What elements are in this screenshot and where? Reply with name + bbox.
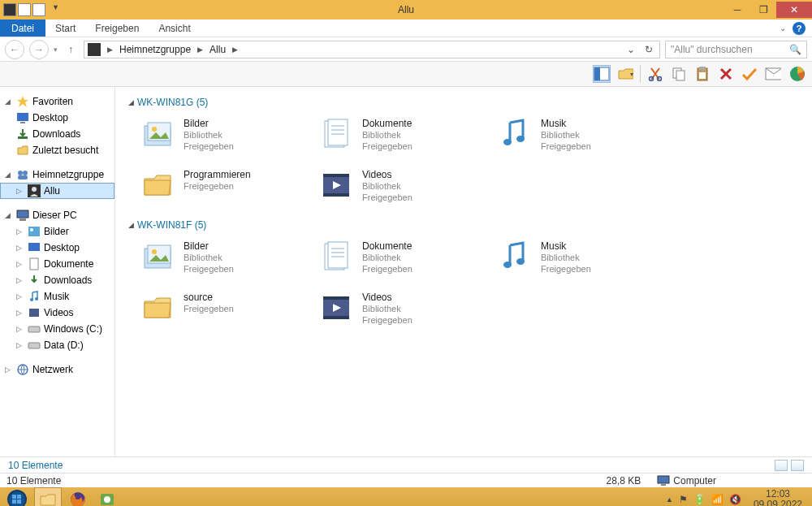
content-pane[interactable]: ◢WK-WIN81G (5)BilderBibliothekFreigegebe… xyxy=(115,87,812,456)
preview-pane-button[interactable] xyxy=(593,65,611,83)
quick-access-dropdown-icon[interactable]: ▼ xyxy=(52,3,59,16)
chevron-right-icon[interactable]: ▶ xyxy=(232,45,238,54)
taskbar-app[interactable] xyxy=(94,488,120,506)
sidebar-homegroup[interactable]: ◢ Heimnetzgruppe xyxy=(0,167,114,183)
close-button[interactable]: ✕ xyxy=(776,2,812,18)
item-tile[interactable]: MusikBibliothekFreigegeben xyxy=(486,115,664,166)
library-videos-icon xyxy=(320,292,352,324)
tray-battery-icon[interactable]: 🔋 xyxy=(693,494,706,505)
mail-button[interactable] xyxy=(764,65,782,83)
item-name: Bilder xyxy=(184,118,234,129)
breadcrumb-homegroup[interactable]: Heimnetzgruppe xyxy=(119,44,191,55)
sidebar-network[interactable]: ▷ Netzwerk xyxy=(0,361,114,378)
tray-flag-icon[interactable]: ⚑ xyxy=(679,494,688,505)
quick-icon-2[interactable] xyxy=(32,3,45,16)
item-tile[interactable]: VideosBibliothekFreigegeben xyxy=(307,288,486,339)
cut-button[interactable] xyxy=(646,65,664,83)
refresh-button[interactable]: ↻ xyxy=(641,44,656,55)
collapse-icon: ◢ xyxy=(5,211,13,219)
group-header[interactable]: ◢WK-WIN81F (5) xyxy=(128,219,799,231)
svg-rect-7 xyxy=(699,67,706,70)
help-button[interactable]: ? xyxy=(793,22,806,35)
taskbar-firefox[interactable] xyxy=(65,488,91,506)
sidebar-item-desktop[interactable]: Desktop xyxy=(0,110,114,126)
item-meta: Bibliothek xyxy=(541,252,591,263)
view-tab[interactable]: Ansicht xyxy=(149,19,200,37)
file-menu[interactable]: Datei xyxy=(0,19,45,37)
breadcrumb-allu[interactable]: Allu xyxy=(209,44,226,55)
svg-rect-24 xyxy=(28,243,40,251)
svg-rect-12 xyxy=(17,113,28,121)
svg-rect-33 xyxy=(661,484,666,486)
expand-icon: ▷ xyxy=(5,365,13,374)
recent-icon xyxy=(16,144,29,157)
back-button[interactable]: ← xyxy=(5,40,24,59)
expand-icon: ▷ xyxy=(16,325,24,333)
sidebar-item-dokumente[interactable]: ▷Dokumente xyxy=(0,256,114,272)
item-meta: Freigegeben xyxy=(362,314,412,326)
address-bar: ← → ▾ ↑ ▶ Heimnetzgruppe ▶ Allu ▶ ⌄ ↻ "A… xyxy=(0,37,812,62)
tray-volume-icon[interactable]: 🔇 xyxy=(729,494,741,505)
search-input[interactable]: "Allu" durchsuchen 🔍 xyxy=(665,41,807,58)
view-details-button[interactable] xyxy=(775,460,788,471)
chevron-down-icon[interactable]: ⌄ xyxy=(780,24,786,32)
group-name: WK-WIN81F (5) xyxy=(137,219,206,231)
shell-button[interactable] xyxy=(788,65,806,83)
svg-rect-21 xyxy=(19,218,26,221)
chevron-right-icon[interactable]: ▶ xyxy=(107,45,113,54)
copy-button[interactable] xyxy=(670,65,688,83)
sidebar-favorites[interactable]: ◢ Favoriten xyxy=(0,93,114,110)
breadcrumb[interactable]: ▶ Heimnetzgruppe ▶ Allu ▶ ⌄ ↻ xyxy=(84,41,660,58)
taskbar-explorer[interactable] xyxy=(34,487,62,506)
tray-arrow-icon[interactable]: ▲ xyxy=(666,495,673,504)
item-meta: Freigegeben xyxy=(362,141,412,152)
maximize-button[interactable]: ❐ xyxy=(750,2,776,18)
view-tiles-button[interactable] xyxy=(791,460,804,471)
check-button[interactable] xyxy=(741,65,758,83)
item-tile[interactable]: MusikBibliothekFreigegeben xyxy=(486,237,664,288)
sidebar-item-drive-c[interactable]: ▷Windows (C:) xyxy=(0,321,114,337)
organize-button[interactable]: ▾ xyxy=(616,65,634,83)
tray-network-icon[interactable]: 📶 xyxy=(711,494,723,505)
item-name: source xyxy=(184,292,234,303)
item-tile[interactable]: sourceFreigegeben xyxy=(128,288,307,339)
quick-icon-1[interactable] xyxy=(18,3,31,16)
item-tile[interactable]: BilderBibliothekFreigegeben xyxy=(128,115,307,166)
delete-button[interactable] xyxy=(717,65,735,83)
sidebar-item-allu[interactable]: ▷ Allu xyxy=(0,183,114,199)
sidebar-item-musik[interactable]: ▷Musik xyxy=(0,288,114,305)
sidebar-item-downloads-pc[interactable]: ▷Downloads xyxy=(0,272,114,288)
forward-button[interactable]: → xyxy=(29,40,49,59)
library-music-icon xyxy=(499,118,531,150)
item-tile[interactable]: ProgrammierenFreigegeben xyxy=(128,166,307,217)
taskbar-clock[interactable]: 12:03 09.09.2022 xyxy=(747,489,809,506)
item-tile[interactable]: DokumenteBibliothekFreigegeben xyxy=(307,115,486,166)
expand-icon: ▷ xyxy=(16,244,24,252)
chevron-right-icon[interactable]: ▶ xyxy=(197,45,203,54)
sidebar-this-pc[interactable]: ◢ Dieser PC xyxy=(0,207,114,223)
up-button[interactable]: ↑ xyxy=(63,41,79,58)
history-dropdown-icon[interactable]: ▾ xyxy=(54,45,58,54)
address-dropdown-icon[interactable]: ⌄ xyxy=(624,44,638,55)
paste-button[interactable] xyxy=(693,65,711,83)
sidebar-item-downloads[interactable]: Downloads xyxy=(0,126,114,142)
start-tab[interactable]: Start xyxy=(45,19,85,37)
collapse-icon: ◢ xyxy=(5,97,13,106)
sidebar-item-recent[interactable]: Zuletzt besucht xyxy=(0,142,114,158)
sidebar-item-desktop-pc[interactable]: ▷Desktop xyxy=(0,240,114,256)
expand-icon: ▷ xyxy=(16,187,24,195)
computer-icon xyxy=(16,209,29,222)
sidebar-item-videos[interactable]: ▷Videos xyxy=(0,305,114,321)
item-tile[interactable]: VideosBibliothekFreigegeben xyxy=(307,166,486,217)
item-tile[interactable]: BilderBibliothekFreigegeben xyxy=(128,237,307,288)
minimize-button[interactable]: ─ xyxy=(724,2,750,18)
start-button[interactable] xyxy=(3,489,31,506)
toolbar: ▾ xyxy=(0,62,812,87)
group-header[interactable]: ◢WK-WIN81G (5) xyxy=(128,97,799,108)
sidebar-item-drive-d[interactable]: ▷Data (D:) xyxy=(0,337,114,353)
item-tile[interactable]: DokumenteBibliothekFreigegeben xyxy=(307,237,486,288)
expand-icon: ▷ xyxy=(16,227,24,236)
sidebar-item-bilder[interactable]: ▷Bilder xyxy=(0,223,114,240)
share-tab[interactable]: Freigeben xyxy=(85,19,149,37)
svg-rect-39 xyxy=(17,500,21,504)
